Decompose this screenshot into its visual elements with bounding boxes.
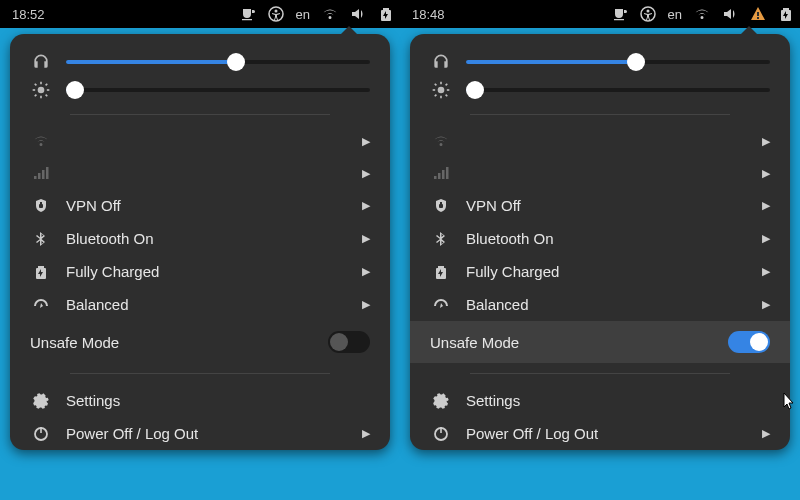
menu-cellular[interactable]: ▶ — [10, 157, 390, 189]
headphones-icon — [430, 52, 452, 72]
chevron-right-icon: ▶ — [762, 135, 770, 148]
power-mode-label: Balanced — [466, 296, 748, 313]
menu-settings[interactable]: Settings — [410, 384, 790, 417]
menu-vpn[interactable]: VPN Off ▶ — [10, 189, 390, 222]
poweroff-label: Power Off / Log Out — [466, 425, 748, 442]
power-icon — [30, 426, 52, 442]
menu-wifi[interactable]: ▶ — [10, 125, 390, 157]
system-menu-panel: ▶ ▶ VPN Off ▶ Bluetooth On ▶ Fully Charg… — [10, 34, 390, 450]
divider — [70, 114, 330, 115]
volume-slider-row — [410, 48, 790, 76]
menu-settings[interactable]: Settings — [10, 384, 390, 417]
unsafe-mode-row: Unsafe Mode — [410, 321, 790, 363]
volume-slider[interactable] — [466, 60, 770, 64]
topbar-tray: en — [612, 6, 794, 22]
unsafe-mode-label: Unsafe Mode — [30, 334, 328, 351]
chevron-right-icon: ▶ — [362, 167, 370, 180]
topbar-tray: en — [240, 6, 394, 22]
menu-bluetooth[interactable]: Bluetooth On ▶ — [10, 222, 390, 255]
menu-bluetooth[interactable]: Bluetooth On ▶ — [410, 222, 790, 255]
chevron-right-icon: ▶ — [762, 427, 770, 440]
menu-battery[interactable]: Fully Charged ▶ — [10, 255, 390, 288]
accessibility-icon — [268, 6, 284, 22]
headphones-icon — [30, 52, 52, 72]
vpn-label: VPN Off — [66, 197, 348, 214]
chevron-right-icon: ▶ — [362, 232, 370, 245]
accessibility-icon — [640, 6, 656, 22]
menu-poweroff[interactable]: Power Off / Log Out ▶ — [410, 417, 790, 450]
unsafe-mode-label: Unsafe Mode — [430, 334, 728, 351]
chevron-right-icon: ▶ — [362, 427, 370, 440]
battery-label: Fully Charged — [66, 263, 348, 280]
menu-wifi[interactable]: ▶ — [410, 125, 790, 157]
power-mode-label: Balanced — [66, 296, 348, 313]
speedometer-icon — [430, 297, 452, 313]
menu-cellular[interactable]: ▶ — [410, 157, 790, 189]
clock: 18:52 — [12, 7, 45, 22]
caffeine-icon — [612, 6, 628, 22]
menu-vpn[interactable]: VPN Off ▶ — [410, 189, 790, 222]
brightness-slider-row — [410, 76, 790, 104]
volume-icon[interactable] — [722, 6, 738, 22]
divider — [470, 373, 730, 374]
gear-icon — [30, 393, 52, 409]
vpn-icon — [30, 198, 52, 214]
gear-icon — [430, 393, 452, 409]
chevron-right-icon: ▶ — [762, 167, 770, 180]
volume-slider[interactable] — [66, 60, 370, 64]
battery-icon — [30, 264, 52, 280]
clock: 18:48 — [412, 7, 445, 22]
menu-power-mode[interactable]: Balanced ▶ — [410, 288, 790, 321]
vpn-label: VPN Off — [466, 197, 748, 214]
unsafe-mode-toggle[interactable] — [328, 331, 370, 353]
warning-icon — [750, 6, 766, 22]
battery-icon — [430, 264, 452, 280]
brightness-slider[interactable] — [66, 88, 370, 92]
volume-icon[interactable] — [350, 6, 366, 22]
chevron-right-icon: ▶ — [362, 265, 370, 278]
settings-label: Settings — [466, 392, 770, 409]
power-icon — [430, 426, 452, 442]
unsafe-mode-row: Unsafe Mode — [10, 321, 390, 363]
vpn-icon — [430, 198, 452, 214]
menu-power-mode[interactable]: Balanced ▶ — [10, 288, 390, 321]
wifi-icon[interactable] — [322, 6, 338, 22]
poweroff-label: Power Off / Log Out — [66, 425, 348, 442]
battery-icon[interactable] — [378, 6, 394, 22]
wifi-icon[interactable] — [694, 6, 710, 22]
wifi-icon — [430, 133, 452, 149]
unsafe-mode-toggle[interactable] — [728, 331, 770, 353]
brightness-slider[interactable] — [466, 88, 770, 92]
bluetooth-label: Bluetooth On — [66, 230, 348, 247]
caffeine-icon — [240, 6, 256, 22]
speedometer-icon — [30, 297, 52, 313]
chevron-right-icon: ▶ — [362, 135, 370, 148]
cellular-icon — [430, 165, 452, 181]
topbar: 18:48 en — [400, 0, 800, 28]
language-indicator[interactable]: en — [668, 7, 682, 22]
menu-battery[interactable]: Fully Charged ▶ — [410, 255, 790, 288]
battery-label: Fully Charged — [466, 263, 748, 280]
volume-slider-row — [10, 48, 390, 76]
bluetooth-icon — [430, 231, 452, 247]
bluetooth-icon — [30, 231, 52, 247]
chevron-right-icon: ▶ — [762, 232, 770, 245]
topbar: 18:52 en — [0, 0, 400, 28]
battery-icon[interactable] — [778, 6, 794, 22]
cellular-icon — [30, 165, 52, 181]
chevron-right-icon: ▶ — [362, 298, 370, 311]
brightness-icon — [30, 80, 52, 100]
divider — [70, 373, 330, 374]
brightness-icon — [430, 80, 452, 100]
divider — [470, 114, 730, 115]
menu-poweroff[interactable]: Power Off / Log Out ▶ — [10, 417, 390, 450]
chevron-right-icon: ▶ — [762, 265, 770, 278]
bluetooth-label: Bluetooth On — [466, 230, 748, 247]
chevron-right-icon: ▶ — [762, 298, 770, 311]
settings-label: Settings — [66, 392, 370, 409]
chevron-right-icon: ▶ — [762, 199, 770, 212]
wifi-icon — [30, 133, 52, 149]
language-indicator[interactable]: en — [296, 7, 310, 22]
system-menu-panel: ▶ ▶ VPN Off ▶ Bluetooth On ▶ Fully Charg… — [410, 34, 790, 450]
brightness-slider-row — [10, 76, 390, 104]
